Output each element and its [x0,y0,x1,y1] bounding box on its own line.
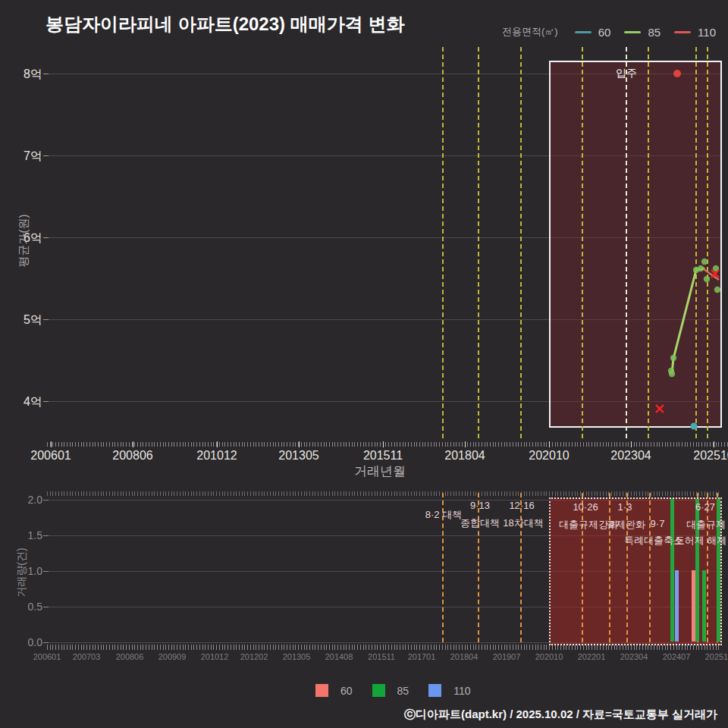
volume-x-axis-ticks [47,645,719,650]
xtick-label-volume: 202201 [578,652,606,661]
ytick-mark-volume [43,642,49,643]
legend-bottom-item-85[interactable]: 85 [372,684,410,697]
legend-bottom-item-label: 110 [453,685,470,697]
legend-bottom-item-60[interactable]: 60 [315,684,353,697]
xtick-label-volume: 201804 [450,652,479,661]
volume-top-ticks [47,491,719,496]
volume-bar-110 [675,570,679,642]
policy-annotation: 1·3 [618,501,632,513]
volume-chart: 2.01.51.00.50.08·2 대책9·13종합대책12·1618차대책1… [0,0,728,728]
ytick-mark-volume [43,535,49,536]
policy-date-line-volume [649,493,651,642]
ytick-mark-volume [43,500,49,500]
policy-date-line-volume [626,493,628,642]
legend-bottom-item-label: 60 [340,685,353,697]
policy-date-line-volume [609,493,610,642]
xtick-label-volume: 201701 [408,652,436,661]
copyright-source-note: ⓒ디아파트(dapt.kr) / 2025.10.02 / 자료=국토교통부 실… [404,708,717,722]
xtick-label-volume: 201012 [201,652,229,661]
xtick-label-volume: 202010 [535,652,563,661]
xtick-label-volume: 201907 [493,652,521,661]
volume-y-axis-title: 거래량(건) [15,538,29,607]
ytick-label-volume: 2.0 [0,494,42,506]
policy-annotation: 10·26 [573,501,598,513]
legend-square-swatch [372,684,385,697]
chart-page: 봉담자이라피네 아파트(2023) 매매가격 변화 전용면적(㎡) 608511… [0,0,728,728]
xtick-label-volume: 201408 [325,652,353,661]
policy-date-line-volume [707,493,708,642]
policy-annotation: 8·2 대책 [425,508,462,522]
xtick-label-volume: 200601 [33,652,61,661]
legend-bottom: 6085110 [315,684,470,697]
legend-bottom-item-label: 85 [397,685,410,697]
policy-annotation: 대출규제 [686,518,726,532]
policy-annotation: 종합대책 [460,516,500,530]
policy-annotation: 9·13 [470,500,490,511]
volume-bar-85 [702,570,706,642]
policy-date-line-volume [520,493,522,642]
legend-square-swatch [428,684,441,697]
legend-square-swatch [315,684,328,697]
xtick-label-volume: 201511 [368,652,395,661]
xtick-label-volume: 201202 [240,652,268,661]
policy-annotation: 규제완화 [606,518,645,532]
policy-date-line-volume [582,493,583,642]
volume-bar-85 [670,499,674,642]
ytick-mark-volume [43,571,49,572]
policy-annotation: 토허제 해제 [675,534,727,548]
xtick-label-volume: 200806 [116,652,144,661]
policy-date-line-volume [478,493,479,642]
policy-annotation: 18차대책 [503,516,543,530]
xtick-label-volume: 201305 [283,652,311,661]
legend-bottom-item-110[interactable]: 110 [428,684,470,697]
xtick-label-volume: 200703 [73,652,101,661]
policy-annotation: 12·16 [509,500,534,511]
xtick-label-volume: 202510 [705,652,728,661]
xtick-label-volume: 202407 [663,652,691,661]
ytick-mark-volume [43,607,49,607]
policy-annotation: 6·27 [695,501,715,513]
policy-annotation: 9·7 [651,518,665,529]
xtick-label-volume: 202304 [620,652,648,661]
xtick-label-volume: 200909 [158,652,187,661]
ytick-label-volume: 0.0 [0,636,42,648]
